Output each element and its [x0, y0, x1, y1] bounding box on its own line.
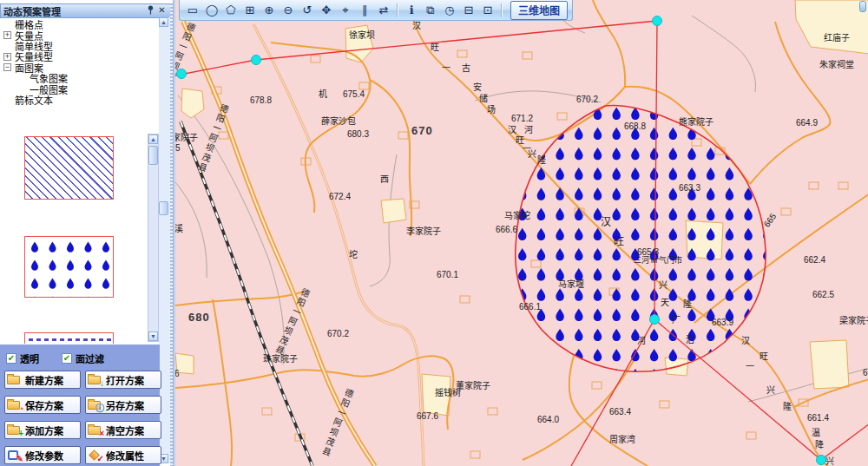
map-canvas[interactable]: 徐家坝红庙子朱家祠堂664.9德阳一阿坝茂县德阳一阿坝茂县德阳一阿坝茂县德阳一阿… [174, 0, 868, 466]
pattern-list-scrollbar[interactable]: ▲▼ [148, 134, 159, 342]
checkbox-label: 透明 [20, 351, 39, 365]
button-保存方案[interactable]: ▪保存方案 [4, 396, 81, 414]
pattern-list: ▲▼ [2, 131, 159, 344]
zoom-out-icon[interactable]: ⊖ [279, 2, 297, 18]
pattern-swatch-dashes-pattern[interactable] [24, 332, 114, 344]
collapse-icon[interactable]: − [3, 63, 11, 71]
plan-red-line [821, 423, 868, 460]
toolbar-icons: ▭◯⬠⊞⊕⊖↺✥⌖∥⇄ℹ⧉◷⊟⊡ [184, 2, 505, 18]
filter-options: ✔透明✔面过滤 [6, 351, 160, 365]
folder-clear-icon: × [88, 423, 103, 436]
button-label: 修改属性 [106, 449, 144, 463]
checkbox-透明[interactable]: ✔透明 [6, 351, 39, 365]
zoom-in-icon[interactable]: ⊕ [260, 2, 278, 18]
expand-icon[interactable]: + [3, 31, 11, 39]
measure-area-icon[interactable]: ⬠ [222, 2, 240, 18]
building-outline-layer [212, 50, 848, 458]
button-label: 清空方案 [106, 423, 144, 437]
tree-spacer [3, 42, 11, 49]
pin-icon[interactable] [145, 5, 156, 16]
history-clock-icon[interactable]: ◷ [441, 2, 458, 18]
tree-spacer [18, 75, 26, 82]
tree-item-面图案[interactable]: −面图案 [2, 62, 159, 73]
print-preview-icon[interactable]: ⊟ [460, 2, 477, 18]
control-point[interactable] [252, 56, 261, 65]
button-label: 保存方案 [25, 398, 63, 412]
scrollbar-thumb[interactable] [159, 201, 168, 215]
button-打开方案[interactable]: ↓打开方案 [85, 371, 161, 389]
plan-button-grid: 新建方案↓打开方案▪保存方案ⓘ另存方案+添加方案×清空方案✎修改参数✓修改属性 [4, 371, 160, 464]
button-label: 新建方案 [25, 373, 63, 387]
control-point[interactable] [653, 16, 662, 26]
button-修改属性[interactable]: ✓修改属性 [85, 446, 161, 464]
checkbox-box[interactable]: ✔ [6, 353, 16, 364]
plan-red-line [654, 319, 821, 460]
edit-props-icon: ✓ [88, 449, 103, 462]
folder-save-icon: ▪ [7, 398, 23, 411]
tree-item-label: 箭标文本 [14, 93, 53, 107]
plan-overlay [175, 16, 868, 466]
layer-tree: 栅格点+矢量点简单线型+矢量线型−面图案气象图案一般图案箭标文本 [2, 19, 159, 130]
info-icon[interactable]: ℹ [403, 2, 420, 18]
button-label: 另存方案 [106, 398, 144, 412]
pan-icon[interactable]: ✥ [318, 2, 335, 18]
swap-view-icon[interactable]: ⇄ [375, 2, 392, 18]
folder-new-icon [7, 373, 23, 386]
tree-spacer [3, 95, 11, 103]
export-icon[interactable]: ⧉ [422, 2, 439, 18]
scroll-up-icon[interactable]: ▲ [159, 17, 168, 27]
map-toolbar: ▭◯⬠⊞⊕⊖↺✥⌖∥⇄ℹ⧉◷⊟⊡ 三维地图 [179, 0, 573, 21]
checkbox-box[interactable]: ✔ [62, 353, 72, 364]
plan-actions-panel: ✔透明✔面过滤 新建方案↓打开方案▪保存方案ⓘ另存方案+添加方案×清空方案✎修改… [0, 345, 160, 466]
drop-pattern-fill [499, 108, 771, 382]
checkbox-面过滤[interactable]: ✔面过滤 [62, 351, 104, 365]
button-修改参数[interactable]: ✎修改参数 [4, 446, 81, 464]
folder-saveas-icon: ⓘ [88, 398, 103, 411]
pattern-swatch-dots-pattern[interactable] [24, 236, 114, 298]
expand-icon[interactable]: + [3, 53, 11, 61]
close-icon[interactable]: ✕ [156, 5, 168, 16]
panel-title-bar: 动态预案管理 ✕ [0, 3, 171, 18]
measure-circle-icon[interactable]: ◯ [203, 2, 220, 18]
pattern-swatch-diagonal-hatch-pattern[interactable] [24, 136, 114, 200]
folder-add-icon: + [7, 423, 23, 436]
button-label: 打开方案 [106, 373, 144, 387]
control-point[interactable] [650, 315, 660, 325]
building-layer [175, 0, 868, 416]
edit-params-icon: ✎ [7, 449, 23, 462]
pause-icon[interactable]: ∥ [356, 2, 373, 18]
tree-item-箭标文本[interactable]: 箭标文本 [2, 95, 159, 105]
grid-icon[interactable]: ⊞ [241, 2, 259, 18]
button-label: 添加方案 [25, 423, 63, 437]
tree-spacer [18, 85, 26, 93]
measure-distance-icon[interactable]: ▭ [184, 2, 201, 18]
map-layers [175, 0, 868, 466]
tree-spacer [3, 21, 11, 29]
button-另存方案[interactable]: ⓘ另存方案 [85, 396, 161, 414]
control-point[interactable] [177, 69, 187, 79]
zoom-select-icon[interactable]: ⌖ [337, 2, 354, 18]
map-corner-tab[interactable] [859, 1, 866, 12]
print-icon[interactable]: ⊡ [479, 2, 496, 18]
scroll-down-icon[interactable]: ▼ [148, 331, 158, 341]
panel-grip[interactable] [170, 3, 173, 466]
folder-open-icon: ↓ [88, 373, 103, 386]
plan-manager-panel: 动态预案管理 ✕ 栅格点+矢量点简单线型+矢量线型−面图案气象图案一般图案箭标文… [0, 0, 174, 466]
toolbar-separator [501, 3, 503, 17]
panel-title: 动态预案管理 [3, 4, 145, 18]
previous-view-icon[interactable]: ↺ [299, 2, 316, 18]
button-label: 修改参数 [25, 449, 63, 463]
tree-item-气象图案[interactable]: 气象图案 [2, 73, 159, 83]
control-point[interactable] [817, 456, 826, 465]
scrollbar-thumb[interactable] [148, 146, 158, 165]
button-新建方案[interactable]: 新建方案 [4, 371, 81, 389]
checkbox-label: 面过滤 [76, 351, 104, 365]
button-清空方案[interactable]: ×清空方案 [85, 421, 161, 439]
scroll-up-icon[interactable]: ▲ [148, 135, 158, 144]
button-添加方案[interactable]: +添加方案 [4, 421, 81, 439]
map-3d-button[interactable]: 三维地图 [510, 1, 568, 20]
application-window: 动态预案管理 ✕ 栅格点+矢量点简单线型+矢量线型−面图案气象图案一般图案箭标文… [0, 0, 868, 466]
toolbar-separator [397, 3, 398, 17]
